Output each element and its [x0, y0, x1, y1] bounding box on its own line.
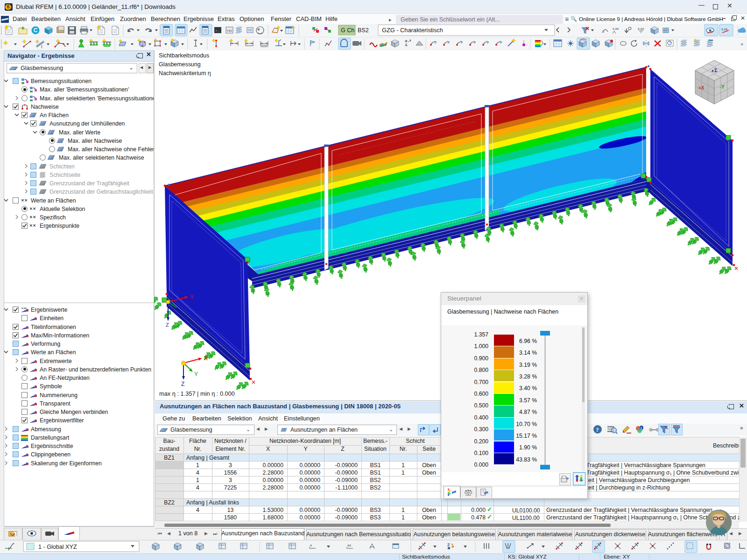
svg-text:x: x — [310, 543, 312, 547]
svg-text:Z: Z — [166, 322, 169, 328]
svg-text:>_: >_ — [215, 28, 220, 33]
svg-text:2: 2 — [447, 542, 450, 547]
svg-text:x.xx: x.xx — [21, 307, 27, 309]
svg-text:G Ch: G Ch — [341, 27, 354, 34]
svg-text:+X: +X — [698, 85, 705, 91]
svg-text:xx: xx — [347, 543, 351, 547]
svg-text:>sc: >sc — [226, 29, 233, 33]
svg-text:Z: Z — [181, 381, 184, 387]
svg-text:»: » — [740, 41, 743, 47]
svg-text:i: i — [641, 427, 641, 430]
svg-text:X: X — [190, 294, 194, 300]
svg-text:Y: Y — [194, 371, 198, 378]
svg-text:x.xx: x.xx — [721, 27, 728, 31]
svg-text:X: X — [204, 355, 208, 362]
svg-text:x.xx: x.xx — [613, 27, 619, 31]
svg-text:BS2: BS2 — [358, 27, 369, 34]
svg-text:?: ? — [596, 427, 599, 433]
svg-text:-Y: -Y — [719, 84, 725, 90]
svg-text:1 - Global XYZ: 1 - Global XYZ — [38, 544, 77, 550]
svg-text:GZG - Charakteristisch: GZG - Charakteristisch — [382, 27, 443, 34]
svg-text:x.xx: x.xx — [638, 27, 644, 31]
